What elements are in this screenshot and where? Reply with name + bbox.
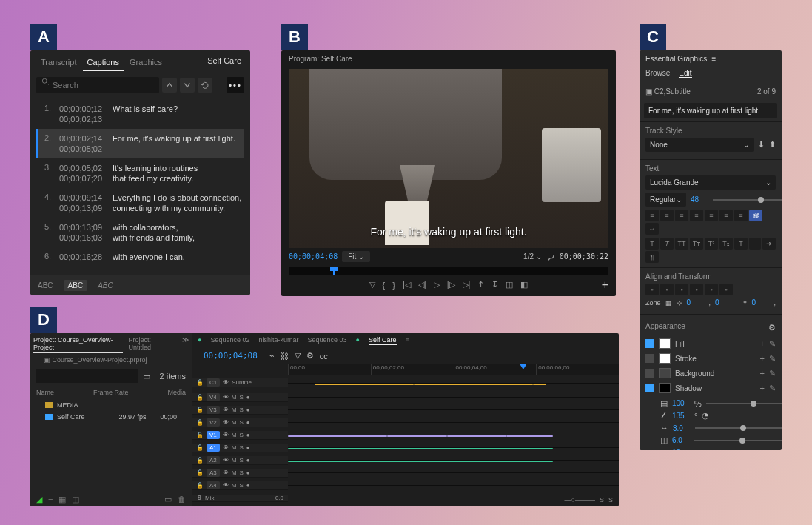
clip[interactable]: It... bbox=[533, 384, 546, 385]
rtl-icon[interactable]: ↔ bbox=[645, 223, 659, 235]
button-editor[interactable]: + bbox=[602, 278, 608, 292]
align-justify-icon[interactable]: ≡ bbox=[690, 210, 703, 221]
track-header[interactable]: 🔒V1👁MS● bbox=[192, 431, 288, 440]
new-item-icon[interactable]: ◢ bbox=[36, 495, 42, 504]
eg-tab-edit[interactable]: Edit bbox=[679, 69, 691, 78]
timeline-timecode[interactable]: 00;00;04;08 bbox=[198, 348, 264, 364]
freeform-view-icon[interactable]: ◫ bbox=[72, 495, 79, 504]
col-framerate[interactable]: Frame Rate bbox=[93, 389, 129, 396]
clip[interactable]: Making_Coffee03.mp4 bbox=[447, 435, 506, 437]
eyedropper-icon[interactable]: ✎ bbox=[769, 369, 776, 378]
caption-row[interactable]: 1. 00;00;00;1200;00;02;13 What is self-c… bbox=[36, 99, 244, 129]
color-swatch[interactable] bbox=[659, 383, 671, 393]
solo-button[interactable]: S bbox=[600, 496, 604, 504]
project-tab-2[interactable]: Project: Untitled bbox=[129, 336, 170, 353]
step-fwd-button[interactable]: |▷ bbox=[447, 280, 455, 290]
download-style-icon[interactable]: ⬇ bbox=[758, 140, 765, 150]
mark-in-button[interactable]: { bbox=[383, 281, 386, 290]
tate-icon[interactable]: 縦 bbox=[749, 210, 762, 221]
opacity-slider[interactable] bbox=[706, 403, 782, 404]
go-to-out-button[interactable]: ▷| bbox=[463, 280, 471, 290]
lift-button[interactable]: ↥ bbox=[477, 280, 484, 290]
col-media[interactable]: Media bbox=[167, 389, 186, 396]
nav-up-button[interactable] bbox=[162, 78, 177, 93]
zone-grid[interactable]: ▦ bbox=[665, 299, 672, 307]
track-header[interactable]: 🔒A4👁MS● bbox=[192, 481, 288, 490]
add-marker-button[interactable]: ▽ bbox=[369, 280, 375, 290]
caption-style-2[interactable]: ABC bbox=[64, 280, 88, 291]
layer-name[interactable]: C2,Subtitle bbox=[654, 87, 691, 96]
eyedropper-icon[interactable]: ✎ bbox=[769, 384, 776, 393]
track-lane[interactable] bbox=[288, 422, 619, 423]
list-view-icon[interactable]: ≡ bbox=[48, 495, 53, 504]
pos-y[interactable]: 0 bbox=[715, 298, 733, 307]
shadow-blur[interactable]: 12 bbox=[672, 449, 690, 450]
timeline-ruler[interactable]: 00;0000;00;02;0000;00;04;0000;00;06;00 bbox=[288, 364, 619, 375]
track-lane[interactable] bbox=[288, 472, 619, 473]
pos-x[interactable]: 0 bbox=[687, 298, 705, 307]
underline-icon[interactable]: _T_ bbox=[734, 238, 748, 250]
angle-dial[interactable]: ◔ bbox=[702, 411, 709, 421]
linked-selection-icon[interactable]: ⛓ bbox=[281, 352, 289, 361]
eyedropper-icon[interactable]: ✎ bbox=[769, 339, 776, 349]
caption-row[interactable]: 5. 00;00;13;0900;00;16;03 with collabora… bbox=[36, 218, 244, 247]
bin-icon[interactable]: ▭ bbox=[143, 372, 150, 381]
settings-icon[interactable]: ⚙ bbox=[768, 323, 776, 332]
add-icon[interactable]: + bbox=[760, 354, 765, 363]
shadow-distance[interactable]: 3.0 bbox=[673, 424, 691, 432]
caption-row[interactable]: 4. 00;00;09;1400;00;13;09 Everything I d… bbox=[36, 188, 244, 218]
program-viewport[interactable]: For me, it's waking up at first light. bbox=[289, 69, 608, 248]
extract-button[interactable]: ↧ bbox=[491, 280, 498, 290]
tab-graphics[interactable]: Graphics bbox=[125, 55, 167, 71]
faux-bold-icon[interactable]: T bbox=[645, 238, 659, 250]
clip[interactable]: Making_Coffee02.mp4 bbox=[387, 435, 446, 437]
play-button[interactable]: ▷ bbox=[434, 280, 440, 290]
track-style-dropdown[interactable]: None⌄ bbox=[645, 138, 754, 152]
track-lane[interactable] bbox=[288, 447, 619, 448]
superscript-icon[interactable]: T² bbox=[705, 238, 718, 250]
seq-tab-2[interactable]: Sequence 03 bbox=[308, 336, 347, 345]
track-header[interactable]: 🔒A3👁MS● bbox=[192, 469, 288, 478]
clip[interactable]: Counter_Servi bbox=[506, 435, 553, 437]
export-frame-button[interactable]: ◫ bbox=[506, 280, 513, 290]
shadow-opacity[interactable]: 100 bbox=[672, 399, 690, 407]
distance-slider[interactable] bbox=[695, 427, 782, 429]
project-row[interactable]: Self Care29.97 fps00;00 bbox=[30, 411, 192, 423]
trash-icon[interactable]: 🗑 bbox=[178, 495, 186, 504]
track-header[interactable]: 🔒V2👁MS● bbox=[192, 418, 288, 427]
nav-down-button[interactable] bbox=[180, 78, 195, 93]
clip[interactable] bbox=[288, 461, 553, 462]
wrench-icon[interactable] bbox=[546, 253, 555, 261]
track-lane[interactable]: What is self-care?For me, it's waking up… bbox=[288, 383, 619, 384]
track-lane[interactable] bbox=[288, 409, 619, 410]
align-left-icon[interactable]: ≡ bbox=[645, 210, 659, 221]
clip[interactable]: For me, it's waking up at first light. bbox=[414, 384, 533, 385]
appearance-checkbox[interactable] bbox=[645, 354, 654, 363]
resolution-dropdown[interactable]: 1/2 ⌄ bbox=[523, 253, 542, 261]
eg-tab-browse[interactable]: Browse bbox=[645, 69, 670, 78]
caption-style-3[interactable]: ABC bbox=[98, 281, 113, 290]
faux-italic-icon[interactable]: T bbox=[660, 238, 674, 250]
caption-row[interactable]: 2. 00;00;02;1400;00;05;02 For me, it's w… bbox=[36, 129, 244, 158]
col-name[interactable]: Name bbox=[36, 389, 54, 396]
seq-tab-0[interactable]: Sequence 02 bbox=[210, 336, 249, 345]
track-lane[interactable]: Making_Coffee01.mp4Making_Coffee02.mp4Ma… bbox=[288, 435, 619, 435]
tab-transcript[interactable]: Transcript bbox=[36, 55, 81, 71]
appearance-checkbox[interactable] bbox=[645, 339, 654, 348]
track-header[interactable]: 🔒C1👁Subtitle bbox=[192, 378, 288, 387]
color-swatch[interactable] bbox=[659, 353, 671, 364]
color-swatch[interactable] bbox=[659, 368, 671, 378]
font-dropdown[interactable]: Lucida Grande⌄ bbox=[645, 175, 776, 190]
upload-style-icon[interactable]: ⬆ bbox=[769, 140, 776, 150]
clip[interactable]: Making_Coffee01.mp4 bbox=[288, 435, 387, 437]
program-timecode[interactable]: 00;00;04;08 bbox=[289, 253, 338, 261]
snap-button[interactable]: S bbox=[608, 496, 613, 504]
track-header[interactable]: 🔒A2👁MS● bbox=[192, 456, 288, 465]
align-vcenter-icon[interactable]: ≡ bbox=[719, 210, 733, 221]
hindi-icon[interactable]: ¶ bbox=[645, 251, 659, 263]
subscript-icon[interactable]: T₂ bbox=[719, 238, 733, 250]
new-bin-icon[interactable]: ▭ bbox=[164, 495, 172, 504]
allcaps-icon[interactable]: TT bbox=[675, 238, 688, 250]
settings-icon[interactable]: ⚙ bbox=[306, 351, 314, 361]
track-header[interactable]: 🔒A1👁MS● bbox=[192, 444, 288, 452]
